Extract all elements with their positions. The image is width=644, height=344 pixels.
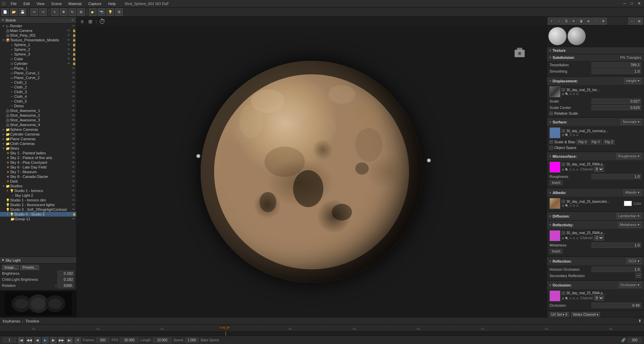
sphere2-eye[interactable]: 👁 (66, 48, 71, 51)
move-btn[interactable]: ✥ (60, 8, 67, 16)
camera-btn[interactable]: 📷 (98, 8, 105, 16)
rp-delete-btn[interactable]: 🗑 (578, 18, 585, 25)
sphere2-lock[interactable]: 🔒 (72, 48, 76, 51)
sky-light-presets-btn[interactable]: Presets... (20, 265, 39, 270)
start-frame-input[interactable] (3, 338, 16, 343)
disp-scale-input[interactable] (592, 99, 641, 104)
link-icon[interactable]: 🔗 (621, 338, 626, 342)
sky8-eye[interactable]: 👁 (71, 175, 76, 178)
object-space-checkbox[interactable] (550, 146, 553, 149)
plane-cameras-eye[interactable]: 👁 (71, 137, 76, 141)
tree-item-dress[interactable]: ~ Dress 👁 (0, 104, 76, 108)
cube-eye[interactable]: 👁 (66, 57, 71, 61)
cylinder-lock[interactable]: 🔒 (72, 62, 76, 65)
studio1-dim-eye[interactable]: 👁 (71, 198, 76, 202)
disp-zoom-icon[interactable]: 🔍 (565, 92, 569, 96)
tessellation-input[interactable] (592, 62, 641, 68)
sphere-cameras-eye[interactable]: 👁 (71, 128, 76, 131)
surface-checkbox[interactable]: ✓ (562, 129, 565, 132)
sphere3-eye[interactable]: 👁 (66, 52, 71, 56)
dark-eye[interactable]: 👁 (71, 180, 76, 183)
tree-item-sky7[interactable]: ☀ Sky 7 - Museum 👁 (0, 169, 76, 174)
tree-item-sky8[interactable]: ☀ Sky 8 - Canada Glacier 👁 (0, 174, 76, 179)
albedo-checkbox[interactable]: ✓ (562, 200, 565, 203)
back-btn[interactable]: ◀ (34, 337, 40, 343)
frames-input[interactable] (96, 338, 110, 343)
tree-item-cylinder-cameras[interactable]: ▸ 📁 Cylinder Cameras 👁 (0, 132, 76, 137)
cloth4-eye[interactable]: 👁 (71, 95, 76, 98)
tree-item-cloth-cameras[interactable]: ▸ 📁 Cloth Cameras 👁 (0, 141, 76, 146)
mat-preview-sphere1[interactable] (548, 27, 567, 45)
shot-perp-eye[interactable]: 👁 (66, 34, 71, 37)
render-eye[interactable]: 👁 (71, 24, 76, 28)
studio4-eye[interactable]: 👁 (66, 213, 71, 216)
menu-help[interactable]: Help (107, 1, 117, 6)
roughness-invert-btn[interactable]: Invert (550, 180, 563, 185)
studio1-eye[interactable]: 👁 (71, 189, 76, 192)
sky7-eye[interactable]: 👁 (71, 170, 76, 174)
cloth5-eye[interactable]: 👁 (71, 100, 76, 103)
flip-z-btn[interactable]: Flip Z (603, 140, 615, 145)
reflect-zoom-icon[interactable]: 🔍 (565, 237, 569, 240)
tree-item-sphere-cameras[interactable]: ▸ 📁 Sphere Cameras 👁 (0, 127, 76, 132)
skip-back-btn[interactable]: ◀◀ (26, 337, 32, 343)
prev-key-btn[interactable]: |◀ (18, 337, 24, 343)
reflect-search-icon[interactable]: ⚙ (562, 237, 564, 240)
tree-item-sky-light2[interactable]: ○ Sky Light 2 👁 (0, 193, 76, 198)
tree-item-cylinder[interactable]: ⊙ Cylinder 👁 🔒 (0, 61, 76, 66)
surf-zoom-icon[interactable]: 🔍 (565, 133, 569, 137)
cloth2-eye[interactable]: 👁 (71, 85, 76, 89)
tree-item-dark[interactable]: ☀ Dark 👁 (0, 179, 76, 184)
plane1-eye[interactable]: 👁 (71, 67, 76, 70)
menu-view[interactable]: View (35, 1, 46, 6)
child-brightness-input[interactable] (57, 277, 74, 282)
secondary-reflect-dropdown[interactable]: ─ (636, 273, 641, 278)
albedo-zoom-icon[interactable]: 🔍 (565, 204, 569, 207)
occlusion-header[interactable]: ▾ Occlusion: Occlusion ▾ (547, 281, 644, 289)
micro-zoom-icon[interactable]: 🔍 (565, 168, 569, 171)
reflect-refresh-icon[interactable]: ↻ (573, 237, 575, 240)
tree-item-shot-perp[interactable]: 🎥 Shot_Perp_001 👁 🔒 (0, 33, 76, 38)
tree-item-plane1[interactable]: ▭ Plane_1 👁 (0, 66, 76, 71)
albedo-close-icon[interactable]: ✕ (576, 204, 579, 207)
tree-item-shot-awesome1[interactable]: 🎥 Shot_Awesome_1 👁 (0, 108, 76, 113)
scale-btn[interactable]: ⊞ (77, 8, 85, 16)
brightness-input[interactable] (57, 271, 74, 276)
rp-more1-btn[interactable]: ⋯ (593, 18, 599, 25)
tex-pres-eye[interactable]: 👁 (66, 38, 71, 42)
relative-scale-checkbox[interactable]: ✓ (550, 112, 553, 115)
surf-edit-icon[interactable]: ✎ (569, 133, 572, 137)
settings-btn[interactable]: ⚙ (115, 8, 123, 16)
sphere1-eye[interactable]: 👁 (66, 43, 71, 46)
flip-y-btn[interactable]: Flip Y (590, 140, 602, 145)
surface-header[interactable]: ▾ Surface: Normals ▾ (547, 118, 644, 126)
rp-refresh-btn[interactable]: ↻ (570, 18, 577, 25)
horizon-occ-input[interactable] (592, 267, 641, 272)
diffusion-mode-dropdown[interactable]: Lambertian ▾ (616, 213, 641, 219)
tree-item-sphere3[interactable]: ○ Sphere_3 👁 🔒 (0, 52, 76, 56)
micro-search-icon[interactable]: ⚙ (562, 168, 564, 171)
uv-set-dropdown[interactable]: UV Set ▾ 0 (550, 312, 569, 317)
timeline-track[interactable]: 0:02:29 (0, 332, 644, 336)
cylinder-eye[interactable]: 👁 (66, 62, 71, 65)
light-btn[interactable]: 💡 (107, 8, 114, 16)
loop-btn[interactable]: ↺ (75, 337, 81, 343)
tree-item-sphere2[interactable]: ○ Sphere_2 👁 🔒 (0, 47, 76, 52)
reflectivity-mode-dropdown[interactable]: Metalness ▾ (618, 222, 641, 228)
rp-more2-btn[interactable]: ⚙ (600, 18, 607, 25)
vp-display-btn[interactable]: ⊞ (87, 18, 94, 25)
displacement-mode-dropdown[interactable]: Height ▾ (624, 78, 641, 84)
tree-item-sphere1[interactable]: ○ Sphere_1 👁 🔒 (0, 42, 76, 47)
redo-btn[interactable]: ↪ (39, 8, 47, 16)
albedo-color-swatch[interactable] (624, 201, 632, 206)
speed-input[interactable] (185, 338, 199, 343)
next-key-btn[interactable]: ▶| (67, 337, 73, 343)
tree-item-skies[interactable]: ▾ 📁 Skies 👁 (0, 146, 76, 151)
tree-item-main-camera[interactable]: 🎥 Main Camera 👁 🔒 (0, 28, 76, 33)
metalness-invert-btn[interactable]: Invert (550, 249, 563, 254)
dress-eye[interactable]: 👁 (71, 104, 76, 108)
displacement-header[interactable]: ▾ Displacement: Height ▾ (547, 77, 644, 85)
render-btn[interactable]: ▶ (89, 8, 96, 16)
occ-edit-icon[interactable]: ✎ (569, 297, 572, 300)
tree-item-plane-cameras[interactable]: ▸ 📁 Plane Cameras 👁 (0, 137, 76, 141)
